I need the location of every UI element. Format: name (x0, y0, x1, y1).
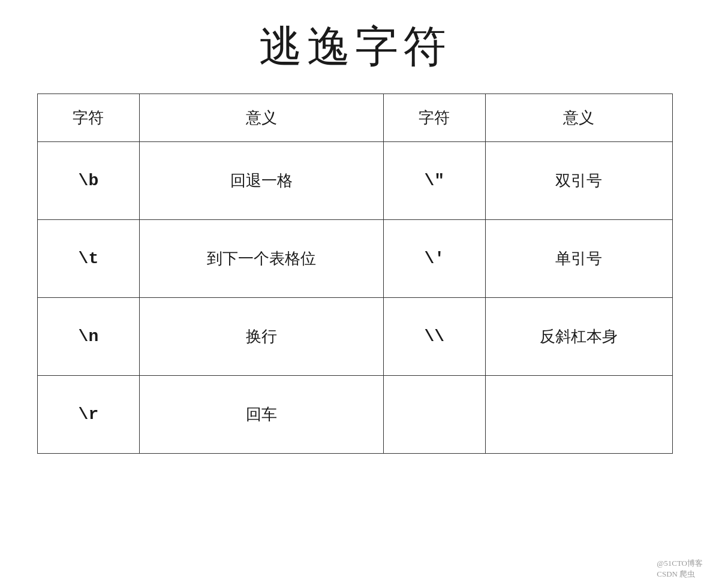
char1-row2: \t (38, 220, 140, 298)
page-title: 逃逸字符 (259, 18, 451, 76)
header-char1: 字符 (38, 94, 140, 142)
char2-row4 (383, 376, 485, 454)
meaning2-row4 (485, 376, 672, 454)
meaning2-row3: 反斜杠本身 (485, 298, 672, 376)
watermark: @51CTO博客CSDN 爬虫 (657, 558, 703, 580)
meaning2-row2: 单引号 (485, 220, 672, 298)
header-char2: 字符 (383, 94, 485, 142)
meaning1-row4: 回车 (139, 376, 383, 454)
char2-row3: \\ (383, 298, 485, 376)
meaning1-row3: 换行 (139, 298, 383, 376)
escape-table: 字符 意义 字符 意义 \b 回退一格 \" 双引号 \t 到下一个表格位 \'… (37, 94, 673, 454)
table-row: \r 回车 (38, 376, 673, 454)
char2-row2: \' (383, 220, 485, 298)
table-row: \n 换行 \\ 反斜杠本身 (38, 298, 673, 376)
table-row: \t 到下一个表格位 \' 单引号 (38, 220, 673, 298)
header-meaning1: 意义 (139, 94, 383, 142)
table-header-row: 字符 意义 字符 意义 (38, 94, 673, 142)
char2-row1: \" (383, 142, 485, 220)
meaning1-row2: 到下一个表格位 (139, 220, 383, 298)
meaning1-row1: 回退一格 (139, 142, 383, 220)
header-meaning2: 意义 (485, 94, 672, 142)
char1-row3: \n (38, 298, 140, 376)
char1-row1: \b (38, 142, 140, 220)
char1-row4: \r (38, 376, 140, 454)
meaning2-row1: 双引号 (485, 142, 672, 220)
table-row: \b 回退一格 \" 双引号 (38, 142, 673, 220)
